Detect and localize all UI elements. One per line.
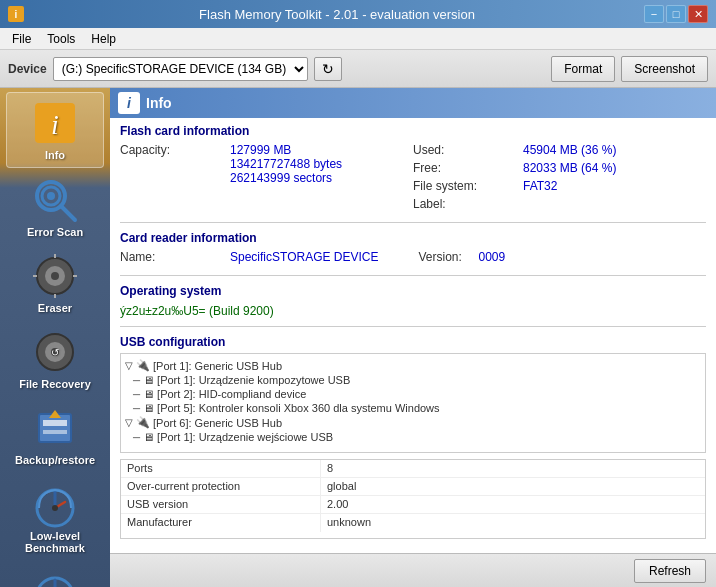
tree-expand-4[interactable]: ▽ <box>125 417 133 428</box>
info-sidebar-icon: i <box>31 99 79 147</box>
svg-point-5 <box>47 192 55 200</box>
os-section-title: Operating system <box>110 278 716 302</box>
close-button[interactable]: ✕ <box>688 5 708 23</box>
sidebar-item-error-scan[interactable]: Error Scan <box>6 170 104 244</box>
tree-label-5: [Port 1]: Urządzenie wejściowe USB <box>157 431 333 443</box>
reader-name-val: SpecificSTORAGE DEVICE <box>230 250 379 264</box>
sidebar-item-low-level-benchmark[interactable]: Low-level Benchmark <box>6 474 104 560</box>
svg-rect-14 <box>43 420 67 426</box>
divider-1 <box>120 222 706 223</box>
sidebar-eraser-label: Eraser <box>38 302 72 314</box>
refresh-button[interactable]: Refresh <box>634 559 706 583</box>
sidebar-item-info[interactable]: i Info <box>6 92 104 168</box>
tree-item-5[interactable]: ─ 🖥 [Port 1]: Urządzenie wejściowe USB <box>133 430 701 444</box>
bottom-bar: Refresh <box>110 553 716 587</box>
usb-tree-content: ▽ 🔌 [Port 1]: Generic USB Hub ─ 🖥 [Port … <box>121 354 705 448</box>
menu-help[interactable]: Help <box>83 30 124 48</box>
flash-left-col: Capacity: 127999 MB 134217727488 bytes 2… <box>120 142 413 214</box>
tree-label-2: [Port 2]: HID-compliand device <box>157 388 306 400</box>
reader-name-label: Name: <box>120 250 230 264</box>
flash-section-title: Flash card information <box>110 118 716 142</box>
capacity-mb: 127999 MB <box>230 143 342 157</box>
capacity-sectors: 262143999 sectors <box>230 171 342 185</box>
format-button[interactable]: Format <box>551 56 615 82</box>
props-key-1: Over-current protection <box>121 478 321 495</box>
svg-point-8 <box>51 272 59 280</box>
maximize-button[interactable]: □ <box>666 5 686 23</box>
sidebar-info-label: Info <box>45 149 65 161</box>
sidebar-item-eraser[interactable]: Eraser <box>6 246 104 320</box>
sidebar-item-file-benchmark[interactable]: File Benchmark <box>6 562 104 587</box>
tree-label-3: [Port 5]: Kontroler konsoli Xbox 360 dla… <box>157 402 439 414</box>
props-row-0: Ports 8 <box>121 460 705 478</box>
app-icon: i <box>8 6 24 22</box>
props-val-2: 2.00 <box>321 496 354 513</box>
label-row: Label: <box>413 196 706 214</box>
sidebar-low-level-benchmark-label: Low-level Benchmark <box>10 530 100 554</box>
tree-expand-1: ─ <box>133 375 140 386</box>
window-title: Flash Memory Toolkit - 2.01 - evaluation… <box>30 7 644 22</box>
divider-3 <box>120 326 706 327</box>
fs-val: FAT32 <box>523 179 557 193</box>
used-label: Used: <box>413 143 523 157</box>
props-table: Ports 8 Over-current protection global U… <box>120 459 706 539</box>
menu-file[interactable]: File <box>4 30 39 48</box>
info-panel: i Info Flash card information Capacity: … <box>110 88 716 587</box>
info-header-title: Info <box>146 95 172 111</box>
tree-expand-5: ─ <box>133 432 140 443</box>
fs-label: File system: <box>413 179 523 193</box>
props-val-1: global <box>321 478 362 495</box>
props-key-3: Manufacturer <box>121 514 321 532</box>
menubar: File Tools Help <box>0 28 716 50</box>
tree-item-0[interactable]: ▽ 🔌 [Port 1]: Generic USB Hub <box>125 358 701 373</box>
free-label: Free: <box>413 161 523 175</box>
reader-info-table: Name: SpecificSTORAGE DEVICE Version: 00… <box>110 249 716 273</box>
screenshot-button[interactable]: Screenshot <box>621 56 708 82</box>
sidebar: i Info Error Scan Eraser <box>0 88 110 587</box>
reader-version-val: 0009 <box>479 250 506 264</box>
sidebar-item-file-recovery[interactable]: ↺ File Recovery <box>6 322 104 396</box>
props-key-2: USB version <box>121 496 321 513</box>
file-benchmark-sidebar-icon <box>31 568 79 587</box>
file-recovery-sidebar-icon: ↺ <box>31 328 79 376</box>
label-label: Label: <box>413 197 523 211</box>
props-row-1: Over-current protection global <box>121 478 705 496</box>
props-val-0: 8 <box>321 460 339 477</box>
tree-label-4: [Port 6]: Generic USB Hub <box>153 417 282 429</box>
capacity-label: Capacity: <box>120 143 230 157</box>
sidebar-backup-restore-label: Backup/restore <box>15 454 95 466</box>
tree-expand-3: ─ <box>133 403 140 414</box>
props-row-2: USB version 2.00 <box>121 496 705 514</box>
minimize-button[interactable]: − <box>644 5 664 23</box>
reader-section-title: Card reader information <box>110 225 716 249</box>
props-key-0: Ports <box>121 460 321 477</box>
flash-right-col: Used: 45904 MB (36 %) Free: 82033 MB (64… <box>413 142 706 214</box>
tree-expand-2: ─ <box>133 389 140 400</box>
capacity-bytes: 134217727488 bytes <box>230 157 342 171</box>
tree-item-2[interactable]: ─ 🖥 [Port 2]: HID-compliand device <box>133 387 701 401</box>
error-scan-sidebar-icon <box>31 176 79 224</box>
tree-expand-0[interactable]: ▽ <box>125 360 133 371</box>
reader-name-row: Name: SpecificSTORAGE DEVICE Version: 00… <box>120 249 706 267</box>
device-label: Device <box>8 62 47 76</box>
free-val: 82033 MB (64 %) <box>523 161 616 175</box>
sidebar-error-scan-label: Error Scan <box>27 226 83 238</box>
window-controls: − □ ✕ <box>644 5 708 23</box>
used-val: 45904 MB (36 %) <box>523 143 616 157</box>
svg-text:↺: ↺ <box>51 347 59 358</box>
props-row-3: Manufacturer unknown <box>121 514 705 532</box>
info-panel-header: i Info <box>110 88 716 118</box>
low-level-benchmark-sidebar-icon <box>31 480 79 528</box>
device-select[interactable]: (G:) SpecificSTORAGE DEVICE (134 GB) <box>53 57 308 81</box>
info-header-icon: i <box>118 92 140 114</box>
os-value: ýz2u±z2u‰U5= (Build 9200) <box>110 302 716 324</box>
sidebar-file-recovery-label: File Recovery <box>19 378 91 390</box>
svg-line-4 <box>61 206 75 220</box>
sidebar-item-backup-restore[interactable]: Backup/restore <box>6 398 104 472</box>
device-refresh-button[interactable]: ↻ <box>314 57 342 81</box>
tree-item-4[interactable]: ▽ 🔌 [Port 6]: Generic USB Hub <box>125 415 701 430</box>
tree-item-3[interactable]: ─ 🖥 [Port 5]: Kontroler konsoli Xbox 360… <box>133 401 701 415</box>
tree-item-1[interactable]: ─ 🖥 [Port 1]: Urządzenie kompozytowe USB <box>133 373 701 387</box>
menu-tools[interactable]: Tools <box>39 30 83 48</box>
usb-tree[interactable]: ▽ 🔌 [Port 1]: Generic USB Hub ─ 🖥 [Port … <box>120 353 706 453</box>
